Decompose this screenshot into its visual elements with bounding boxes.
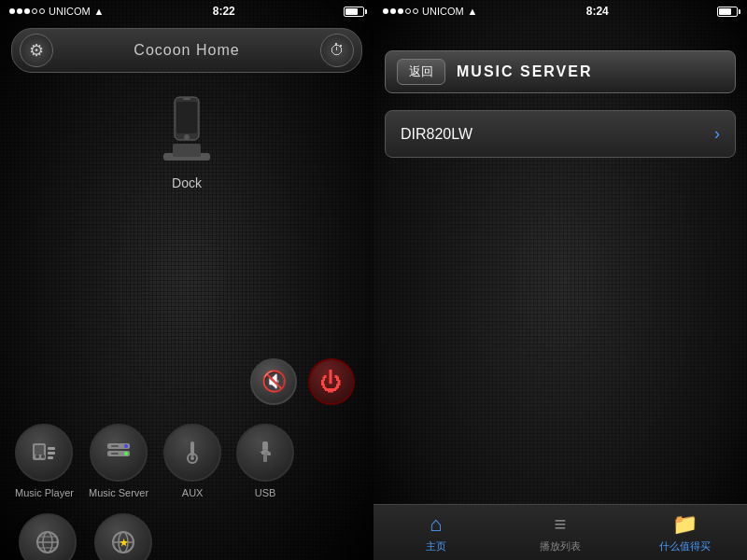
music-server-svg [104, 438, 134, 468]
signal-dot-5 [39, 8, 45, 14]
tab-playlist[interactable]: ≡ 播放列表 [498, 512, 622, 553]
right-battery [717, 7, 738, 17]
sidebar-item-music-player[interactable]: Music Player [15, 424, 74, 498]
tab-playlist-label: 播放列表 [540, 539, 581, 553]
right-panel: UNICOM ▲ 8:24 返回 MUSIC SERVER DIR820LW ›… [374, 0, 747, 560]
right-status-left: UNICOM ▲ [383, 6, 478, 17]
svg-rect-25 [267, 453, 271, 455]
left-battery [344, 7, 364, 17]
right-signal-dot-4 [405, 8, 411, 14]
gear-icon: ⚙ [29, 40, 44, 61]
svg-point-4 [184, 134, 190, 140]
sidebar-item-presets[interactable]: ★ Presets [94, 513, 152, 560]
sidebar-item-music-server[interactable]: Music Server [89, 424, 148, 498]
dock-area: Dock [0, 88, 374, 190]
tab-folder-label: 什么值得买 [659, 539, 711, 553]
svg-point-16 [124, 452, 128, 455]
left-toolbar: ⚙ Cocoon Home ⏱ [11, 28, 362, 73]
right-page-title: MUSIC SERVER [457, 63, 724, 80]
presets-icon: ★ [94, 513, 152, 560]
music-player-svg [29, 438, 59, 468]
controls-row: 🔇 ⏻ [0, 358, 374, 405]
toolbar-title: Cocoon Home [61, 42, 313, 59]
svg-rect-7 [35, 445, 44, 455]
signal-dot-4 [32, 8, 37, 14]
clock-button[interactable]: ⏱ [320, 34, 354, 67]
right-time: 8:24 [586, 5, 609, 18]
gear-button[interactable]: ⚙ [20, 34, 53, 67]
tab-folder[interactable]: 📁 什么值得买 [623, 512, 747, 553]
svg-rect-24 [261, 451, 265, 455]
svg-rect-5 [183, 98, 190, 100]
usb-icon [236, 424, 294, 482]
svg-rect-17 [111, 445, 119, 447]
aux-label: AUX [182, 487, 204, 498]
music-player-icon [15, 424, 73, 482]
usb-svg [250, 438, 280, 468]
signal-dot-1 [9, 8, 15, 14]
sidebar-item-aux[interactable]: AUX [163, 424, 221, 498]
svg-point-21 [190, 456, 194, 460]
left-carrier: UNICOM [49, 6, 91, 17]
usb-label: USB [255, 487, 276, 498]
music-server-label: Music Server [89, 487, 148, 498]
phone-dock-icon [154, 88, 219, 172]
right-status-right [717, 7, 738, 17]
right-signal-dots [383, 8, 418, 14]
back-button[interactable]: 返回 [397, 59, 445, 85]
svg-rect-11 [48, 452, 55, 455]
signal-dots [9, 8, 45, 14]
volume-button[interactable]: 🔇 [250, 358, 297, 405]
right-signal-dot-3 [398, 8, 403, 14]
signal-dot-3 [24, 8, 30, 14]
right-signal-dot-5 [413, 8, 418, 14]
aux-svg [177, 438, 207, 468]
presets-svg: ★ [108, 527, 138, 557]
music-player-label: Music Player [15, 487, 74, 498]
right-carrier: UNICOM [422, 6, 464, 17]
right-status-bar: UNICOM ▲ 8:24 [374, 0, 747, 22]
internet-radio-svg [33, 527, 63, 557]
dock-label: Dock [172, 175, 202, 190]
right-signal-dot-2 [390, 8, 396, 14]
left-status-right [344, 7, 364, 17]
internet-radio-icon [19, 513, 77, 560]
grid-row-1: Music Player Music Server [15, 424, 359, 498]
left-time: 8:22 [213, 5, 235, 18]
svg-rect-12 [48, 456, 53, 459]
power-icon: ⏻ [320, 369, 343, 395]
svg-rect-1 [173, 144, 201, 157]
volume-icon: 🔇 [261, 370, 287, 394]
server-name: DIR820LW [401, 126, 472, 143]
sidebar-item-usb[interactable]: USB [236, 424, 294, 498]
home-icon: ⌂ [430, 512, 442, 537]
svg-rect-18 [111, 453, 119, 455]
right-header: 返回 MUSIC SERVER [385, 50, 736, 93]
right-battery-fill [719, 8, 731, 15]
svg-rect-10 [48, 447, 55, 450]
tab-home[interactable]: ⌂ 主页 [374, 512, 498, 553]
music-server-icon [90, 424, 148, 482]
grid-row-2: Internet Radio ★ Presets [15, 513, 359, 560]
sidebar-item-internet-radio[interactable]: Internet Radio [15, 513, 79, 560]
left-status-left: UNICOM ▲ [9, 6, 105, 17]
playlist-icon: ≡ [555, 512, 567, 537]
folder-icon: 📁 [672, 512, 698, 537]
right-signal-dot-1 [383, 8, 388, 14]
svg-rect-3 [176, 102, 197, 133]
svg-text:★: ★ [120, 538, 129, 548]
svg-point-15 [124, 444, 128, 448]
chevron-right-icon: › [714, 124, 720, 144]
svg-point-8 [35, 455, 39, 458]
tab-home-label: 主页 [426, 539, 446, 553]
server-list-item[interactable]: DIR820LW › [385, 110, 736, 158]
left-wifi-icon: ▲ [94, 6, 105, 17]
right-wifi-icon: ▲ [468, 6, 478, 17]
aux-icon [163, 424, 221, 482]
clock-icon: ⏱ [330, 42, 345, 59]
grid-section: Music Player Music Server [0, 424, 374, 560]
left-battery-fill [345, 8, 358, 15]
svg-point-9 [41, 455, 45, 458]
power-button[interactable]: ⏻ [308, 358, 355, 405]
signal-dot-2 [17, 8, 22, 14]
